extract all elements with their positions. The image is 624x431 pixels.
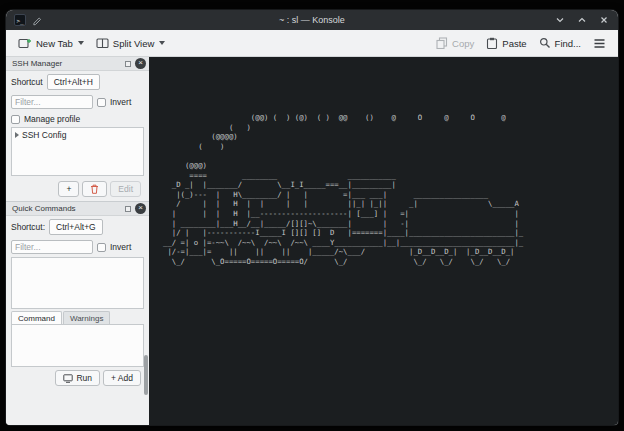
chevron-down-icon [78, 41, 84, 45]
new-tab-label: New Tab [36, 38, 73, 49]
shortcut-label: Shortcut: [11, 222, 45, 232]
tab-command[interactable]: Command [11, 311, 62, 324]
manage-profile-label: Manage profile [24, 114, 80, 124]
hamburger-menu-button[interactable] [588, 35, 611, 52]
toolbar: New Tab Split View Copy Paste Find... [6, 30, 618, 57]
paste-label: Paste [502, 38, 526, 49]
new-tab-button[interactable]: New Tab [13, 34, 89, 52]
split-view-label: Split View [113, 38, 155, 49]
shortcut-label: Shortcut [11, 77, 43, 87]
titlebar[interactable]: >_ ~ : sl — Konsole [6, 10, 618, 30]
window-title: ~ : sl — Konsole [6, 15, 618, 25]
chevron-down-icon [159, 41, 165, 45]
plugin-sidebar: SSH Manager × Shortcut Ctrl+Alt+H Invert [6, 57, 149, 425]
float-panel-icon[interactable] [125, 206, 131, 212]
split-view-button[interactable]: Split View [91, 34, 171, 52]
edit-ssh-entry-button[interactable]: Edit [110, 181, 141, 197]
command-editor[interactable] [11, 324, 144, 367]
find-label: Find... [555, 38, 581, 49]
chevron-right-icon[interactable] [15, 132, 19, 138]
ssh-manager-panel: SSH Manager × Shortcut Ctrl+Alt+H Invert [6, 57, 149, 202]
paste-button[interactable]: Paste [481, 34, 531, 52]
rename-session-icon[interactable] [32, 15, 43, 26]
ssh-manager-title: SSH Manager [12, 59, 62, 68]
close-panel-icon[interactable]: × [135, 58, 146, 69]
close-panel-icon[interactable]: × [135, 203, 146, 214]
quick-commands-title: Quick Commands [12, 204, 76, 213]
qc-shortcut-button[interactable]: Ctrl+Alt+G [49, 219, 103, 235]
ssh-config-tree[interactable]: SSH Config [11, 127, 144, 176]
add-ssh-entry-button[interactable]: + [58, 181, 79, 197]
splitter-handle[interactable] [144, 355, 148, 395]
sl-train-ascii-art: (@@) ( ) (@) ( ) @@ () @ O @ O @ ( ) (@@… [163, 113, 523, 267]
invert-label: Invert [110, 242, 131, 252]
konsole-window: >_ ~ : sl — Konsole New Tab Split View [6, 10, 618, 425]
tree-item-label: SSH Config [22, 130, 66, 140]
qc-filter-input[interactable] [11, 240, 93, 254]
ssh-shortcut-button[interactable]: Ctrl+Alt+H [47, 74, 100, 90]
tab-warnings[interactable]: Warnings [63, 311, 111, 324]
invert-label: Invert [110, 97, 131, 107]
invert-checkbox[interactable] [97, 243, 106, 252]
ssh-manager-header[interactable]: SSH Manager × [6, 57, 149, 71]
run-command-button[interactable]: Run [55, 370, 100, 386]
qc-tabs: Command Warnings [6, 311, 149, 324]
ssh-filter-input[interactable] [11, 95, 93, 109]
add-command-button[interactable]: + Add [103, 370, 141, 386]
copy-button[interactable]: Copy [431, 34, 479, 52]
terminal-area[interactable]: (@@) ( ) (@) ( ) @@ () @ O @ O @ ( ) (@@… [149, 57, 618, 425]
minimize-button[interactable] [554, 14, 566, 26]
konsole-app-icon: >_ [14, 14, 26, 26]
manage-profile-checkbox[interactable] [11, 115, 20, 124]
quick-commands-list[interactable] [11, 257, 144, 309]
float-panel-icon[interactable] [125, 61, 131, 67]
quick-commands-panel: Quick Commands × Shortcut: Ctrl+Alt+G In… [6, 202, 149, 425]
copy-label: Copy [452, 38, 474, 49]
delete-ssh-entry-button[interactable] [82, 181, 107, 197]
tree-item[interactable]: SSH Config [15, 130, 140, 140]
close-button[interactable] [598, 14, 610, 26]
maximize-button[interactable] [576, 14, 588, 26]
quick-commands-header[interactable]: Quick Commands × [6, 202, 149, 216]
invert-checkbox[interactable] [97, 98, 106, 107]
run-label: Run [76, 373, 92, 383]
find-button[interactable]: Find... [534, 34, 586, 52]
